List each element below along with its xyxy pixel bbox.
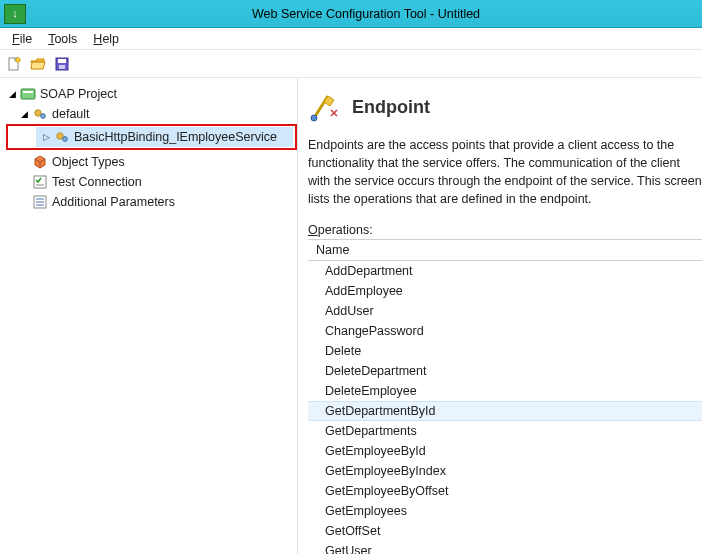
tree-node-additional-parameters[interactable]: Additional Parameters <box>6 192 297 212</box>
tree-node-test-connection[interactable]: Test Connection <box>6 172 297 192</box>
endpoint-heading: Endpoint <box>352 97 430 118</box>
open-button[interactable] <box>28 54 48 74</box>
tree-node-binding[interactable]: ▷ BasicHttpBinding_IEmployeeService <box>36 127 293 147</box>
checklist-icon <box>32 174 48 190</box>
svg-rect-5 <box>21 89 35 99</box>
tree-node-binding-highlight: ▷ BasicHttpBinding_IEmployeeService <box>6 124 297 150</box>
svg-rect-4 <box>59 65 65 69</box>
operation-row[interactable]: GetEmployees <box>308 501 702 521</box>
folder-open-icon <box>30 56 46 72</box>
spacer <box>18 156 30 168</box>
navigation-tree[interactable]: ◢ SOAP Project ◢ default ▷ BasicHttpBind… <box>0 78 298 554</box>
gears-icon <box>32 106 48 122</box>
tree-label: BasicHttpBinding_IEmployeeService <box>74 130 277 144</box>
operations-grid[interactable]: Name AddDepartmentAddEmployeeAddUserChan… <box>308 239 702 555</box>
menu-file[interactable]: File <box>4 30 40 48</box>
expander-icon[interactable]: ◢ <box>18 108 30 120</box>
operation-row[interactable]: GetOffSet <box>308 521 702 541</box>
tree-node-object-types[interactable]: Object Types <box>6 152 297 172</box>
operation-row[interactable]: GetUser <box>308 541 702 555</box>
menu-help[interactable]: Help <box>85 30 127 48</box>
menu-bar: File Tools Help <box>0 28 702 50</box>
endpoint-icon <box>308 90 342 124</box>
project-icon <box>20 86 36 102</box>
operation-row[interactable]: GetDepartments <box>308 421 702 441</box>
expander-icon[interactable]: ▷ <box>40 131 52 143</box>
tree-label: SOAP Project <box>40 87 117 101</box>
operation-row[interactable]: GetEmployeeByOffset <box>308 481 702 501</box>
tree-label: default <box>52 107 90 121</box>
spacer <box>18 176 30 188</box>
save-button[interactable] <box>52 54 72 74</box>
tree-node-soap-project[interactable]: ◢ SOAP Project <box>6 84 297 104</box>
svg-rect-6 <box>23 91 33 93</box>
svg-point-13 <box>311 115 317 121</box>
content-panel: Endpoint Endpoints are the access points… <box>298 78 702 554</box>
operation-row[interactable]: Delete <box>308 341 702 361</box>
toolbar <box>0 50 702 78</box>
svg-point-8 <box>41 114 46 119</box>
window-title: Web Service Configuration Tool - Untitle… <box>30 7 702 21</box>
list-icon <box>32 194 48 210</box>
svg-rect-11 <box>34 176 46 188</box>
title-bar: ↓ Web Service Configuration Tool - Untit… <box>0 0 702 28</box>
document-sparkle-icon <box>6 56 22 72</box>
tree-label: Test Connection <box>52 175 142 189</box>
menu-tools[interactable]: Tools <box>40 30 85 48</box>
gears-icon <box>54 129 70 145</box>
floppy-disk-icon <box>54 56 70 72</box>
new-button[interactable] <box>4 54 24 74</box>
operation-row[interactable]: GetEmployeeByIndex <box>308 461 702 481</box>
app-icon: ↓ <box>4 4 26 24</box>
operation-row[interactable]: DeleteEmployee <box>308 381 702 401</box>
spacer <box>18 196 30 208</box>
svg-point-10 <box>63 137 68 142</box>
endpoint-description: Endpoints are the access points that pro… <box>308 136 702 209</box>
grid-header-name[interactable]: Name <box>308 240 702 261</box>
cube-icon <box>32 154 48 170</box>
svg-rect-3 <box>58 59 66 63</box>
operation-row[interactable]: AddUser <box>308 301 702 321</box>
svg-point-1 <box>16 57 20 61</box>
tree-label: Object Types <box>52 155 125 169</box>
tree-label: Additional Parameters <box>52 195 175 209</box>
operation-row[interactable]: AddEmployee <box>308 281 702 301</box>
operation-row[interactable]: GetEmployeeById <box>308 441 702 461</box>
operations-label: Operations: <box>308 223 702 237</box>
tree-node-default[interactable]: ◢ default <box>6 104 297 124</box>
expander-icon[interactable]: ◢ <box>6 88 18 100</box>
operation-row[interactable]: GetDepartmentById <box>308 401 702 421</box>
operation-row[interactable]: ChangePassword <box>308 321 702 341</box>
operation-row[interactable]: DeleteDepartment <box>308 361 702 381</box>
operation-row[interactable]: AddDepartment <box>308 261 702 281</box>
